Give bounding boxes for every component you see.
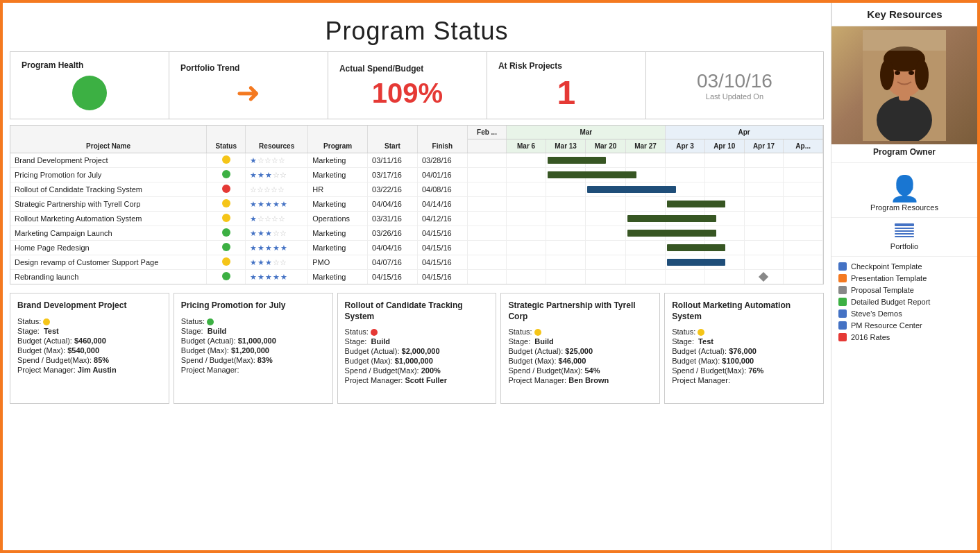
finish-cell: 04/01/16 bbox=[417, 168, 467, 182]
card-budget-actual: Budget (Actual): $25,000 bbox=[508, 347, 652, 355]
sidebar-link-item[interactable]: 2016 Rates bbox=[838, 333, 970, 341]
gantt-cell bbox=[507, 255, 546, 270]
project-name-cell: Rollout of Candidate Tracking System bbox=[10, 182, 207, 197]
star-icon: ★ bbox=[273, 244, 280, 252]
star-icon: ★ bbox=[265, 244, 273, 252]
resources-cell: ★★★☆☆ bbox=[246, 255, 308, 270]
card-status-dot bbox=[534, 329, 541, 336]
star-icon: ☆ bbox=[278, 214, 285, 223]
star-icon: ☆ bbox=[280, 229, 287, 237]
star-icon: ☆ bbox=[264, 214, 271, 223]
link-dot-icon bbox=[838, 286, 847, 294]
finish-cell: 04/14/16 bbox=[417, 197, 467, 212]
card-status: Status: bbox=[345, 327, 489, 336]
sidebar-link-item[interactable]: PM Resource Center bbox=[838, 321, 970, 330]
gantt-cell bbox=[546, 270, 585, 284]
star-icon: ☆ bbox=[257, 214, 264, 223]
table-row: Home Page Redesign★★★★★Marketing04/04/16… bbox=[10, 241, 823, 255]
gantt-cell bbox=[666, 255, 705, 270]
sidebar-link-item[interactable]: Proposal Template bbox=[838, 286, 970, 294]
project-name-cell: Marketing Campaign Launch bbox=[10, 226, 207, 241]
svg-rect-10 bbox=[895, 223, 914, 226]
th-program: Program bbox=[308, 126, 368, 153]
star-icon: ★ bbox=[250, 273, 257, 281]
status-dot bbox=[222, 243, 230, 251]
sidebar-link-item[interactable]: Presentation Template bbox=[838, 274, 970, 282]
link-dot-icon bbox=[838, 333, 847, 341]
gantt-cell bbox=[744, 212, 784, 226]
date-cell: 03/10/16 Last Updated On bbox=[646, 52, 823, 119]
table-row: Strategic Partnership with Tyrell Corp★★… bbox=[10, 197, 823, 212]
status-dot bbox=[222, 228, 230, 237]
star-icon: ★ bbox=[250, 214, 257, 223]
program-cell: Marketing bbox=[308, 153, 368, 168]
sidebar-link-item[interactable]: Checkpoint Template bbox=[838, 262, 970, 271]
resources-cell: ★☆☆☆☆ bbox=[246, 212, 308, 226]
project-name-cell: Design revamp of Customer Support Page bbox=[10, 255, 207, 270]
resources-cell: ★★★★★ bbox=[246, 270, 308, 284]
program-health-label: Program Health bbox=[22, 60, 83, 70]
project-card: Rollout of Candidate Tracking System Sta… bbox=[337, 293, 497, 404]
table-row: Rollout Marketing Automation System★☆☆☆☆… bbox=[10, 212, 823, 226]
project-table-section: Project Name Status Resources Program St… bbox=[10, 125, 824, 284]
program-resources-icon: 👤 bbox=[889, 174, 920, 203]
start-cell: 03/17/16 bbox=[368, 168, 418, 182]
star-icon: ★ bbox=[250, 244, 257, 252]
star-icon: ☆ bbox=[271, 214, 278, 223]
gantt-cell bbox=[625, 212, 665, 226]
card-spend-budget: Spend / Budget(Max): 83% bbox=[181, 356, 326, 364]
status-cell bbox=[207, 168, 246, 182]
resources-cell: ★☆☆☆☆ bbox=[246, 153, 308, 168]
star-icon: ★ bbox=[273, 200, 280, 208]
gantt-cell bbox=[546, 212, 585, 226]
sidebar-link-item[interactable]: Steve's Demos bbox=[838, 309, 970, 318]
table-row: Rollout of Candidate Tracking System☆☆☆☆… bbox=[10, 182, 823, 197]
star-icon: ★ bbox=[250, 171, 257, 179]
gantt-cell bbox=[467, 226, 507, 241]
gantt-cell bbox=[586, 197, 625, 212]
link-dot-icon bbox=[838, 321, 847, 330]
card-title: Strategic Partnership with Tyrell Corp bbox=[508, 300, 652, 322]
sidebar-link-item[interactable]: Detailed Budget Report bbox=[838, 298, 970, 306]
card-title: Pricing Promotion for July bbox=[181, 300, 326, 312]
start-cell: 03/22/16 bbox=[368, 182, 418, 197]
gantt-cell bbox=[744, 270, 784, 284]
gantt-cell bbox=[546, 197, 585, 212]
card-budget-max: Budget (Max): $100,000 bbox=[672, 357, 816, 365]
gantt-cell bbox=[546, 153, 585, 168]
th-mar6: Mar 6 bbox=[507, 139, 546, 153]
project-name-cell: Rollout Marketing Automation System bbox=[10, 212, 207, 226]
gantt-cell bbox=[467, 168, 507, 182]
gantt-bar bbox=[667, 201, 725, 207]
star-icon: ☆ bbox=[273, 229, 280, 237]
card-stage: Stage: Build bbox=[508, 337, 652, 346]
sidebar-heading: Key Resources bbox=[831, 3, 977, 26]
svg-point-5 bbox=[880, 60, 894, 90]
card-status: Status: bbox=[508, 327, 652, 336]
th-feb-w1 bbox=[467, 139, 507, 153]
gantt-cell bbox=[744, 197, 784, 212]
svg-rect-12 bbox=[895, 230, 914, 232]
gantt-cell bbox=[507, 197, 546, 212]
gantt-bar bbox=[667, 259, 725, 266]
gantt-bar bbox=[667, 244, 725, 251]
portfolio-section[interactable]: Portfolio bbox=[831, 218, 977, 257]
th-apr: Apr bbox=[666, 126, 823, 139]
gantt-cell bbox=[666, 168, 705, 182]
star-icon: ★ bbox=[265, 229, 273, 237]
portfolio-trend-label: Portfolio Trend bbox=[180, 63, 239, 73]
card-budget-max: Budget (Max): $540,000 bbox=[17, 346, 162, 355]
resources-cell: ☆☆☆☆☆ bbox=[246, 182, 308, 197]
card-title: Rollout Marketing Automation System bbox=[672, 300, 816, 322]
gantt-diamond bbox=[759, 272, 768, 282]
link-dot-icon bbox=[838, 298, 847, 306]
th-finish: Finish bbox=[417, 126, 467, 153]
star-icon: ☆ bbox=[250, 185, 257, 194]
gantt-cell bbox=[546, 241, 585, 255]
star-icon: ★ bbox=[257, 273, 265, 281]
gantt-cell bbox=[666, 241, 705, 255]
svg-rect-9 bbox=[863, 30, 946, 51]
card-budget-max: Budget (Max): $46,000 bbox=[508, 357, 652, 365]
star-icon: ☆ bbox=[278, 156, 285, 164]
program-resources-section[interactable]: 👤 Program Resources bbox=[831, 163, 977, 218]
